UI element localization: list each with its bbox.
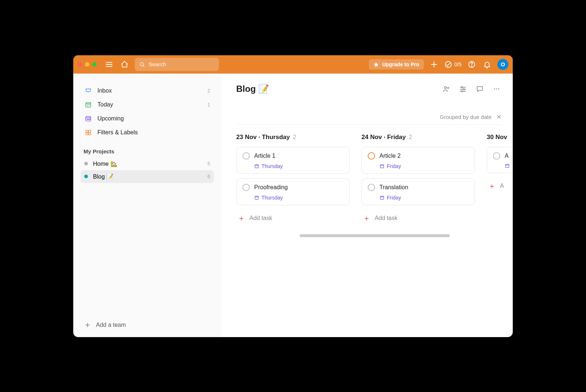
svg-point-33	[494, 88, 495, 89]
task-due: Thursday	[254, 163, 344, 169]
project-item-blog[interactable]: Blog 📝 6	[81, 170, 214, 183]
project-color-dot	[84, 175, 88, 178]
svg-rect-46	[505, 164, 509, 167]
task-card[interactable]: Article 1 Thursday	[236, 147, 350, 174]
board-column: 30 Nov A ＋ A	[487, 134, 513, 227]
svg-rect-20	[86, 132, 88, 135]
window-controls	[78, 62, 97, 67]
notifications-icon[interactable]	[482, 59, 492, 70]
task-due	[505, 163, 510, 168]
page-title: Blog 📝	[236, 84, 269, 94]
calendar-icon	[505, 163, 510, 168]
menu-icon[interactable]	[104, 59, 114, 70]
project-count: 6	[207, 173, 210, 179]
svg-point-15	[87, 119, 88, 119]
board-column: 24 Nov · Friday 2 Article 2 Friday	[361, 134, 475, 227]
add-task-button[interactable]: ＋ A	[487, 178, 513, 195]
progress-label: 0/5	[455, 61, 461, 67]
svg-rect-42	[380, 164, 383, 168]
svg-point-34	[496, 88, 497, 89]
task-title: Article 2	[379, 153, 401, 159]
task-card[interactable]: Proofreading Thursday	[236, 178, 350, 205]
svg-text:17: 17	[87, 104, 90, 107]
task-card[interactable]: A	[487, 147, 513, 173]
column-heading: 24 Nov · Friday	[361, 134, 406, 141]
column-count: 2	[293, 134, 296, 141]
task-checkbox[interactable]	[493, 152, 500, 160]
plus-icon: ＋	[363, 213, 370, 223]
calendar-icon	[379, 164, 385, 169]
add-icon[interactable]	[429, 59, 439, 70]
more-icon[interactable]	[492, 84, 502, 94]
add-task-button[interactable]: ＋ Add task	[361, 210, 475, 227]
horizontal-scrollbar[interactable]	[300, 234, 450, 237]
projects-heading: My Projects	[84, 148, 214, 154]
board-column: 23 Nov · Thursday 2 Article 1 Thursday	[236, 134, 350, 227]
svg-rect-40	[255, 196, 258, 199]
upgrade-label: Upgrade to Pro	[382, 61, 419, 67]
column-count: 2	[409, 134, 412, 141]
close-icon[interactable]	[496, 114, 502, 120]
add-team-label: Add a team	[96, 322, 126, 328]
svg-rect-21	[89, 132, 91, 135]
sidebar: Inbox 2 17 Today 1 Upcoming Filt	[73, 74, 222, 337]
task-title: Proofreading	[254, 184, 288, 191]
calendar-icon	[254, 195, 259, 200]
search-input[interactable]	[149, 61, 215, 67]
sidebar-item-today[interactable]: 17 Today 1	[81, 98, 214, 112]
productivity-button[interactable]: 0/5	[444, 60, 461, 68]
upgrade-button[interactable]: Upgrade to Pro	[369, 59, 423, 70]
task-checkbox[interactable]	[242, 184, 250, 191]
task-card[interactable]: Translation Friday	[361, 178, 475, 205]
app-window: Upgrade to Pro 0/5 O Inbox 2	[73, 55, 513, 337]
board: 23 Nov · Thursday 2 Article 1 Thursday	[236, 125, 513, 234]
comments-icon[interactable]	[475, 84, 485, 94]
task-due: Thursday	[254, 195, 344, 201]
sidebar-item-label: Inbox	[97, 87, 112, 94]
svg-point-7	[445, 61, 451, 67]
add-team-button[interactable]: Add a team	[81, 318, 214, 332]
project-item-home[interactable]: Home 🏡 5	[81, 157, 214, 170]
task-title: Article 1	[254, 153, 275, 159]
progress-icon	[444, 60, 452, 68]
top-bar: Upgrade to Pro 0/5 O	[73, 55, 513, 74]
grouped-by-label[interactable]: Grouped by due date	[440, 114, 492, 120]
svg-point-30	[463, 89, 465, 90]
task-card[interactable]: Article 2 Friday	[361, 147, 475, 174]
view-settings-icon[interactable]	[458, 84, 468, 94]
sidebar-item-label: Filters & Labels	[97, 129, 138, 136]
svg-rect-18	[86, 130, 88, 132]
share-icon[interactable]	[441, 84, 451, 94]
star-icon	[373, 61, 379, 67]
project-label: Home 🏡	[93, 160, 118, 167]
plus-icon: ＋	[488, 181, 496, 191]
task-checkbox[interactable]	[368, 184, 375, 191]
svg-point-24	[444, 86, 446, 89]
task-checkbox[interactable]	[242, 152, 250, 160]
calendar-icon	[379, 195, 385, 200]
column-heading: 23 Nov · Thursday	[236, 134, 290, 141]
task-checkbox[interactable]	[368, 152, 375, 160]
search-box[interactable]	[135, 58, 219, 71]
help-icon[interactable]	[467, 59, 477, 70]
window-close-button[interactable]	[78, 62, 82, 67]
task-title: A	[505, 153, 509, 159]
main-panel: Blog 📝 Grouped by	[222, 74, 513, 337]
avatar-initial: O	[501, 61, 505, 67]
window-maximize-button[interactable]	[92, 62, 97, 67]
calendar-icon	[254, 164, 259, 169]
task-due: Friday	[379, 163, 469, 169]
window-minimize-button[interactable]	[85, 62, 89, 67]
inbox-icon	[84, 87, 92, 95]
sidebar-item-upcoming[interactable]: Upcoming	[81, 112, 214, 126]
svg-rect-44	[380, 196, 383, 199]
add-task-button[interactable]: ＋ Add task	[236, 210, 350, 227]
sidebar-item-count: 2	[207, 88, 210, 94]
sidebar-item-label: Upcoming	[97, 115, 124, 122]
sidebar-item-inbox[interactable]: Inbox 2	[81, 84, 214, 98]
task-title: Translation	[379, 184, 408, 191]
avatar[interactable]: O	[497, 59, 508, 70]
home-icon[interactable]	[119, 59, 130, 70]
sidebar-item-filters[interactable]: Filters & Labels	[81, 126, 214, 139]
add-task-label: Add task	[375, 215, 397, 221]
